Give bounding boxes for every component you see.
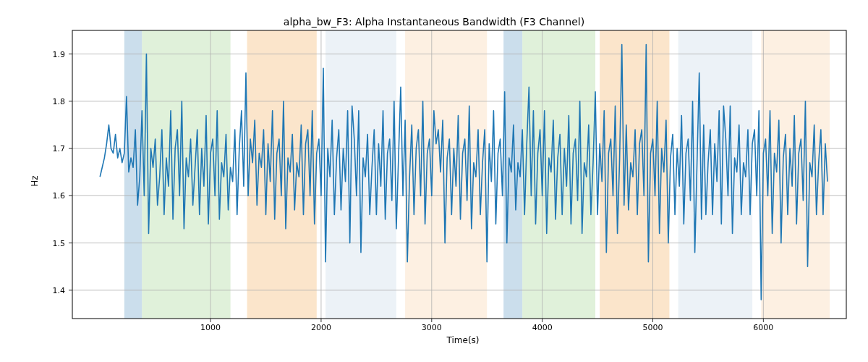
x-tick-label: 1000 <box>200 323 221 332</box>
y-tick-label: 1.8 <box>36 96 65 106</box>
x-tick-label: 6000 <box>753 323 773 332</box>
plot-area <box>0 0 868 362</box>
y-tick-label: 1.7 <box>36 144 65 153</box>
x-tick-label: 5000 <box>643 323 663 332</box>
y-tick-label: 1.4 <box>36 285 65 295</box>
y-tick-label: 1.5 <box>36 238 65 248</box>
background-band <box>405 30 487 319</box>
x-axis-label: Time(s) <box>447 335 480 345</box>
y-tick-label: 1.9 <box>36 49 65 59</box>
x-tick-label: 3000 <box>422 323 442 332</box>
x-tick-label: 2000 <box>311 323 331 332</box>
figure: alpha_bw_F3: Alpha Instantaneous Bandwid… <box>0 0 868 362</box>
chart-title: alpha_bw_F3: Alpha Instantaneous Bandwid… <box>0 16 868 28</box>
x-tick-label: 4000 <box>532 323 553 332</box>
y-axis-label: Hz <box>30 175 40 186</box>
y-tick-label: 1.6 <box>36 191 65 201</box>
